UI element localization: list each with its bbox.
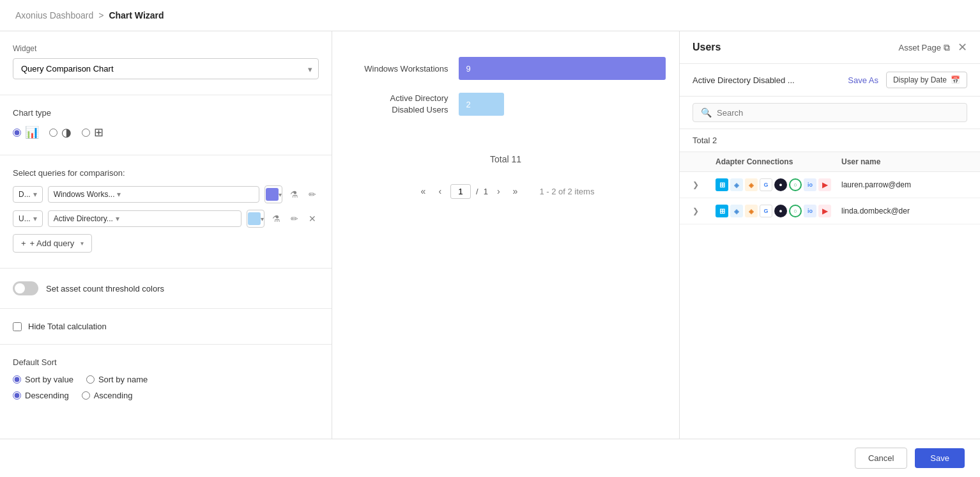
- sort-by-name-option[interactable]: Sort by name: [86, 375, 148, 384]
- circle-outline-icon: ○: [789, 178, 802, 191]
- display-by-date-button[interactable]: Display by Date 📅: [886, 72, 967, 88]
- search-icon: 🔍: [701, 107, 712, 118]
- edit-btn-1[interactable]: ✏: [306, 187, 319, 202]
- breadcrumb-separator: >: [98, 10, 103, 20]
- query-dropdown-2[interactable]: Active Directory... ▾: [48, 210, 241, 227]
- filter-btn-1[interactable]: ⚗: [287, 187, 301, 202]
- add-query-button[interactable]: + + Add query ▾: [13, 234, 92, 253]
- chart-type-table[interactable]: ⊞: [82, 125, 103, 139]
- page-total: 1: [484, 187, 488, 196]
- add-query-label: + Add query: [30, 238, 75, 248]
- table-row: ❯ ⊞ ◈ ◈ G ● ○ io ▶ linda.dombeck@der: [680, 198, 980, 224]
- right-panel-title: Users: [693, 42, 721, 53]
- chart-bar-2: 2: [459, 93, 504, 116]
- entity-dropdown-1-arrow: ▾: [33, 190, 37, 199]
- page-input[interactable]: [450, 184, 471, 199]
- ascending-label: Ascending: [94, 391, 133, 400]
- asset-page-link[interactable]: Asset Page ⧉: [899, 42, 951, 53]
- sort-options-row: Sort by value Sort by name: [13, 375, 319, 384]
- divider-5: [0, 344, 332, 345]
- right-panel-header: Users Asset Page ⧉ ✕: [680, 31, 980, 64]
- widget-label: Widget: [13, 44, 319, 53]
- chart-type-options: 📊 ◑ ⊞: [13, 125, 319, 139]
- sort-by-value-label: Sort by value: [25, 375, 73, 384]
- query-row-2: U... ▾ Active Directory... ▾ ▾ ⚗ ✏ ✕: [13, 210, 319, 228]
- edit-btn-2[interactable]: ✏: [288, 211, 301, 226]
- right-panel-subheader: Active Directory Disabled ... Save As Di…: [680, 64, 980, 97]
- chart-row-2: Active DirectoryDisabled Users 2: [346, 93, 666, 116]
- widget-select-wrapper: Query Comparison Chart ▾: [13, 58, 319, 79]
- chart-row-1-label: Windows Workstations: [346, 64, 448, 74]
- subheader-actions: Save As Display by Date 📅: [848, 72, 967, 88]
- circle-outline-icon-2: ○: [789, 205, 802, 217]
- descending-label: Descending: [25, 391, 69, 400]
- table-row: ❯ ⊞ ◈ ◈ G ● ○ io ▶ lauren.parrow@dem: [680, 172, 980, 198]
- hide-total-label: Hide Total calculation: [28, 322, 107, 331]
- ascending-option[interactable]: Ascending: [82, 391, 133, 400]
- hide-total-checkbox[interactable]: [13, 322, 22, 331]
- bottom-bar: Cancel Save: [0, 439, 980, 477]
- search-input-wrapper: 🔍: [693, 103, 967, 122]
- results-table: Adapter Connections User name ❯ ⊞ ◈ ◈ G …: [680, 152, 980, 437]
- left-panel: Widget Query Comparison Chart ▾ Chart ty…: [0, 31, 332, 473]
- color-swatch-1[interactable]: ▾: [264, 185, 282, 203]
- threshold-toggle[interactable]: [13, 281, 38, 295]
- query-dropdown-1[interactable]: Windows Works... ▾: [48, 186, 259, 203]
- divider-4: [0, 308, 332, 309]
- queries-section: Select queries for comparison: D... ▾ Wi…: [13, 168, 319, 253]
- page-next-btn[interactable]: ›: [493, 184, 504, 199]
- entity-dropdown-1[interactable]: D... ▾: [13, 186, 43, 203]
- cancel-button[interactable]: Cancel: [855, 448, 907, 469]
- sort-by-name-label: Sort by name: [98, 375, 148, 384]
- save-button[interactable]: Save: [915, 448, 965, 468]
- chart-total: Total 11: [490, 154, 521, 164]
- filter-btn-2[interactable]: ⚗: [270, 211, 283, 226]
- page-prev-btn[interactable]: ‹: [434, 184, 445, 199]
- toggle-slider: [13, 281, 38, 295]
- camera-icon: ▶: [818, 178, 831, 191]
- sort-by-value-option[interactable]: Sort by value: [13, 375, 73, 384]
- adapter-icons-2: ⊞ ◈ ◈ G ● ○ io ▶: [716, 205, 841, 217]
- remove-btn-2[interactable]: ✕: [306, 211, 319, 226]
- table-header: Adapter Connections User name: [680, 152, 980, 172]
- circle-dark-icon: ●: [774, 178, 787, 191]
- windows-icon-2: ⊞: [716, 205, 728, 217]
- descending-option[interactable]: Descending: [13, 391, 69, 400]
- camera-icon-2: ▶: [818, 205, 831, 217]
- color-swatch-2-inner: [248, 212, 261, 225]
- table-icon: ⊞: [94, 125, 103, 139]
- close-button[interactable]: ✕: [958, 42, 967, 53]
- widget-select[interactable]: Query Comparison Chart: [13, 58, 319, 79]
- entity-dropdown-2-arrow: ▾: [33, 214, 37, 223]
- chart-bar-2-wrap: 2: [459, 93, 666, 116]
- right-panel: Users Asset Page ⧉ ✕ Active Directory Di…: [680, 31, 980, 473]
- query-dropdown-2-arrow: ▾: [116, 214, 119, 223]
- entity-dropdown-2[interactable]: U... ▾: [13, 210, 43, 227]
- chart-row-1: Windows Workstations 9: [346, 57, 666, 80]
- query-dropdown-2-value: Active Directory...: [54, 214, 113, 223]
- row-expand-icon-2[interactable]: ❯: [693, 207, 716, 215]
- page-last-btn[interactable]: »: [509, 184, 522, 199]
- chart-type-pie[interactable]: ◑: [49, 125, 72, 139]
- circle-dark-icon-2: ●: [774, 205, 787, 217]
- query-name-text: Active Directory Disabled ...: [693, 75, 795, 85]
- page-first-btn[interactable]: «: [417, 184, 430, 199]
- chart-type-bar[interactable]: 📊: [13, 125, 39, 139]
- chart-row-2-label: Active DirectoryDisabled Users: [346, 93, 448, 116]
- user-email-2: linda.dombeck@der: [841, 207, 967, 215]
- entity-dropdown-2-value: U...: [19, 214, 31, 223]
- table-header-expand: [693, 157, 716, 166]
- total-count: Total 2: [680, 129, 980, 152]
- search-input[interactable]: [717, 108, 959, 118]
- save-as-button[interactable]: Save As: [848, 75, 878, 85]
- color-swatch-1-inner: [266, 188, 279, 201]
- threshold-label: Set asset count threshold colors: [46, 284, 164, 293]
- breadcrumb-root: Axonius Dashboard: [15, 10, 93, 20]
- color-swatch-2[interactable]: ▾: [247, 210, 264, 228]
- diamond-blue-icon: ◈: [730, 178, 743, 191]
- divider-1: [0, 95, 332, 95]
- adapter-icons-1: ⊞ ◈ ◈ G ● ○ io ▶: [716, 178, 841, 191]
- row-expand-icon-1[interactable]: ❯: [693, 180, 716, 189]
- default-sort-section: Default Sort Sort by value Sort by name …: [13, 357, 319, 400]
- diamond-orange-icon-2: ◈: [745, 205, 758, 217]
